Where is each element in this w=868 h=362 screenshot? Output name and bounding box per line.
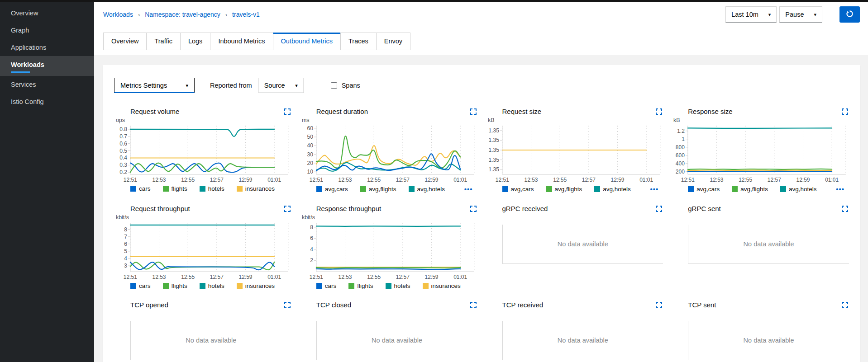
sidebar-item-workloads[interactable]: Workloads [0, 56, 94, 76]
legend-item-avg-hotels[interactable]: avg,hotels [780, 186, 817, 193]
svg-text:0.7: 0.7 [119, 133, 127, 140]
svg-text:12:55: 12:55 [367, 274, 381, 280]
expand-chart-button[interactable] [469, 205, 477, 213]
legend-item-avg-flights[interactable]: avg,flights [732, 186, 768, 193]
legend-item-insurances[interactable]: insurances [423, 282, 461, 289]
spans-checkbox[interactable] [331, 82, 337, 89]
svg-text:1.35: 1.35 [488, 157, 499, 163]
sidebar-item-applications[interactable]: Applications [0, 39, 94, 56]
legend-item-avg-cars[interactable]: avg,cars [688, 186, 720, 193]
breadcrumb-link[interactable]: Namespace: travel-agency [145, 11, 220, 18]
chart-request-duration: Request durationms12:5112:5312:5512:5712… [300, 108, 477, 193]
reported-from-select[interactable]: Source ▾ [258, 78, 304, 93]
legend-item-flights[interactable]: flights [163, 282, 187, 289]
no-data-message: No data available [372, 337, 422, 344]
legend-item-hotels[interactable]: hotels [200, 185, 224, 192]
sidebar-item-overview[interactable]: Overview [0, 5, 94, 22]
tab-overview[interactable]: Overview [103, 33, 147, 50]
expand-chart-button[interactable] [655, 301, 663, 309]
legend-item-avg-flights[interactable]: avg,flights [360, 186, 396, 193]
refresh-button[interactable] [839, 6, 860, 23]
legend-item-flights[interactable]: flights [163, 185, 187, 192]
legend-overflow-button[interactable]: ••• [650, 185, 658, 193]
expand-icon [284, 302, 291, 308]
svg-text:12:53: 12:53 [338, 274, 352, 280]
series-hotels [130, 129, 274, 136]
legend-item-insurances[interactable]: insurances [237, 185, 275, 192]
legend-label: flights [172, 282, 187, 289]
expand-chart-button[interactable] [283, 301, 291, 309]
chart-title: TCP closed [316, 301, 351, 309]
spans-toggle[interactable]: Spans [331, 82, 360, 89]
sidebar-item-services[interactable]: Services [0, 76, 94, 93]
legend-overflow-button[interactable]: ••• [836, 185, 844, 193]
svg-text:12:55: 12:55 [739, 177, 752, 183]
expand-chart-button[interactable] [469, 108, 477, 116]
tab-envoy[interactable]: Envoy [376, 33, 410, 50]
expand-chart-button[interactable] [283, 108, 291, 116]
tab-logs[interactable]: Logs [180, 33, 210, 50]
expand-icon [842, 206, 848, 212]
svg-text:1: 1 [682, 136, 685, 142]
legend-item-insurances[interactable]: insurances [237, 282, 275, 289]
tab-inbound-metrics[interactable]: Inbound Metrics [210, 33, 273, 50]
legend-item-avg-cars[interactable]: avg,cars [316, 186, 348, 193]
expand-chart-button[interactable] [841, 108, 849, 116]
expand-chart-button[interactable] [469, 301, 477, 309]
legend-swatch [409, 186, 415, 192]
expand-chart-button[interactable] [655, 108, 663, 116]
legend-label: insurances [245, 185, 275, 192]
legend-swatch [200, 283, 205, 289]
svg-text:5: 5 [124, 248, 127, 254]
legend-item-hotels[interactable]: hotels [200, 282, 224, 289]
chart-title: Response throughput [316, 205, 381, 212]
sidebar-item-graph[interactable]: Graph [0, 22, 94, 39]
refresh-interval-dropdown[interactable]: Pause ▾ [779, 6, 822, 23]
breadcrumb-separator-icon: › [138, 11, 140, 18]
svg-text:0.2: 0.2 [119, 169, 127, 175]
legend-item-cars[interactable]: cars [316, 282, 337, 289]
expand-chart-button[interactable] [841, 301, 849, 309]
charts-grid: Request volumeops12:5112:5312:5512:5712:… [114, 108, 849, 362]
tab-traffic[interactable]: Traffic [146, 33, 180, 50]
legend-swatch [163, 283, 169, 289]
breadcrumb-link[interactable]: travels-v1 [232, 11, 260, 18]
chart-header: TCP sent [672, 301, 849, 309]
expand-icon [284, 206, 291, 212]
svg-text:12:51: 12:51 [124, 177, 137, 183]
chart-canvas: ops12:5112:5312:5512:5712:5901:010.80.70… [114, 117, 291, 184]
legend-item-flights[interactable]: flights [348, 282, 373, 289]
series-flights [130, 262, 274, 270]
chart-header: Request size [486, 108, 663, 116]
chart-canvas: kB12:5112:5312:5512:5712:5901:011.218006… [672, 117, 849, 184]
breadcrumb-link[interactable]: Workloads [103, 11, 133, 18]
sidebar-item-istio-config[interactable]: Istio Config [0, 93, 94, 110]
svg-text:12:59: 12:59 [424, 177, 438, 183]
expand-chart-button[interactable] [283, 205, 291, 213]
no-data-message: No data available [744, 240, 794, 248]
legend-item-avg-flights[interactable]: avg,flights [546, 186, 582, 193]
chevron-down-icon: ▾ [186, 83, 188, 89]
svg-text:60: 60 [307, 125, 313, 132]
expand-chart-button[interactable] [655, 205, 663, 213]
time-range-dropdown[interactable]: Last 10m ▾ [725, 6, 777, 23]
expand-chart-button[interactable] [841, 205, 849, 213]
legend-overflow-button[interactable]: ••• [464, 185, 473, 193]
svg-text:12:51: 12:51 [495, 177, 509, 183]
legend-item-avg-cars[interactable]: avg,cars [502, 186, 534, 193]
metrics-settings-dropdown[interactable]: Metrics Settings ▾ [114, 78, 195, 93]
legend-item-avg-hotels[interactable]: avg,hotels [409, 186, 445, 193]
expand-icon [470, 206, 477, 212]
legend-item-hotels[interactable]: hotels [386, 282, 410, 289]
sidebar-item-label: Istio Config [11, 98, 44, 105]
expand-icon [842, 108, 848, 115]
tab-outbound-metrics[interactable]: Outbound Metrics [273, 33, 341, 50]
chevron-down-icon: ▾ [814, 12, 816, 18]
legend-item-cars[interactable]: cars [130, 282, 151, 289]
legend-item-avg-hotels[interactable]: avg,hotels [594, 186, 631, 193]
legend-item-cars[interactable]: cars [130, 185, 151, 192]
chart-canvas: kbit/s12:5112:5312:5512:5712:5901:018765… [114, 214, 291, 282]
tab-traces[interactable]: Traces [340, 33, 377, 50]
reported-from-value: Source [264, 82, 285, 89]
legend-label: avg,hotels [789, 186, 817, 193]
